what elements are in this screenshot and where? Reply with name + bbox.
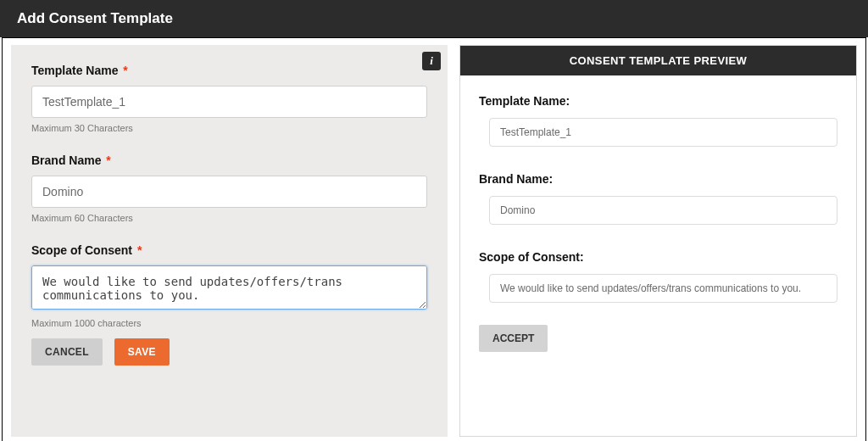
preview-template-name-value: TestTemplate_1 xyxy=(489,118,837,147)
template-name-label: Template Name * xyxy=(31,64,427,77)
preview-template-name-label: Template Name: xyxy=(479,94,837,108)
brand-name-label: Brand Name * xyxy=(31,154,427,167)
info-icon-glyph: i xyxy=(430,54,433,68)
required-asterisk: * xyxy=(106,154,110,167)
preview-brand-name-label: Brand Name: xyxy=(479,172,837,186)
scope-textarea[interactable] xyxy=(31,265,427,310)
scope-textarea-wrap xyxy=(31,265,427,313)
template-name-input[interactable] xyxy=(31,86,427,118)
template-name-group: Template Name * Maximum 30 Characters xyxy=(31,64,427,133)
scope-helper: Maximum 1000 characters xyxy=(31,318,427,328)
preview-scope-value: We would like to send updates/offers/tra… xyxy=(489,274,837,303)
preview-brand-name-value: Domino xyxy=(489,196,837,225)
required-asterisk: * xyxy=(123,64,127,77)
accept-button[interactable]: ACCEPT xyxy=(479,325,548,352)
save-button[interactable]: SAVE xyxy=(114,338,170,366)
page-header: Add Consent Template xyxy=(0,0,868,37)
required-asterisk: * xyxy=(137,243,142,257)
preview-heading: CONSENT TEMPLATE PREVIEW xyxy=(460,46,856,75)
template-name-helper: Maximum 30 Characters xyxy=(31,123,427,133)
info-icon[interactable]: i xyxy=(422,52,441,70)
scope-label-text: Scope of Consent xyxy=(31,243,132,257)
preview-panel: CONSENT TEMPLATE PREVIEW Template Name: … xyxy=(459,45,857,437)
brand-name-helper: Maximum 60 Characters xyxy=(31,213,427,223)
scope-group: Scope of Consent * Maximum 1000 characte… xyxy=(31,243,427,328)
brand-name-label-text: Brand Name xyxy=(31,154,101,167)
form-buttons: CANCEL SAVE xyxy=(31,338,427,366)
scope-label: Scope of Consent * xyxy=(31,243,427,257)
content-wrap: i Template Name * Maximum 30 Characters … xyxy=(2,37,866,441)
cancel-button[interactable]: CANCEL xyxy=(31,338,103,366)
template-name-label-text: Template Name xyxy=(31,64,118,77)
preview-body: Template Name: TestTemplate_1 Brand Name… xyxy=(460,75,856,364)
page-title: Add Consent Template xyxy=(17,10,173,26)
preview-scope-label: Scope of Consent: xyxy=(479,250,837,264)
form-panel: i Template Name * Maximum 30 Characters … xyxy=(11,45,448,437)
brand-name-group: Brand Name * Maximum 60 Characters xyxy=(31,154,427,223)
brand-name-input[interactable] xyxy=(31,176,427,208)
